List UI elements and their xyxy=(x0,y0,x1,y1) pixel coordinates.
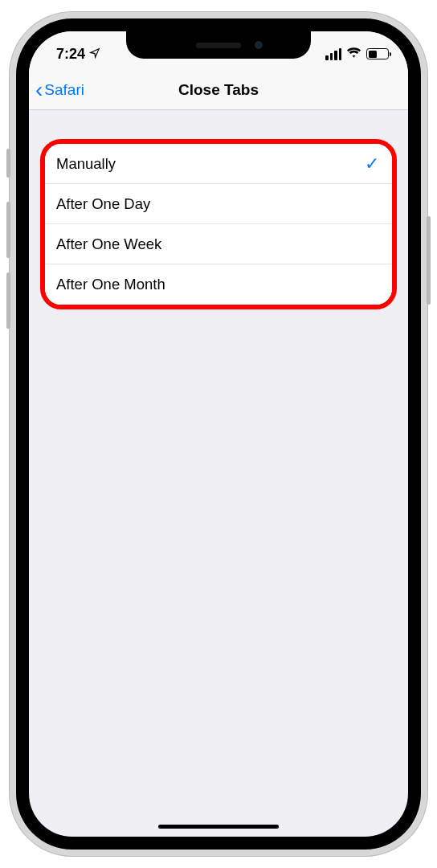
status-left: 7:24 xyxy=(56,46,100,63)
option-label: After One Day xyxy=(56,195,150,213)
highlight-annotation: Manually ✓ After One Day ✓ After One Wee… xyxy=(40,139,397,309)
option-after-one-week[interactable]: After One Week ✓ xyxy=(45,224,392,264)
battery-fill xyxy=(369,51,377,58)
location-arrow-icon xyxy=(89,47,100,61)
option-after-one-day[interactable]: After One Day ✓ xyxy=(45,184,392,224)
option-label: Manually xyxy=(56,155,116,173)
chevron-left-icon: ‹ xyxy=(35,79,43,101)
content-area: Manually ✓ After One Day ✓ After One Wee… xyxy=(29,110,408,309)
page-title: Close Tabs xyxy=(178,81,259,99)
back-button[interactable]: ‹ Safari xyxy=(35,79,84,101)
speaker xyxy=(196,43,241,48)
back-label: Safari xyxy=(44,81,84,99)
home-indicator[interactable] xyxy=(158,825,279,829)
status-time: 7:24 xyxy=(56,46,85,63)
volume-down-button xyxy=(6,272,10,329)
status-right xyxy=(325,47,389,61)
device-bezel: 7:24 xyxy=(16,18,421,850)
option-label: After One Month xyxy=(56,276,165,293)
silence-switch xyxy=(6,149,10,178)
option-label: After One Week xyxy=(56,235,161,253)
checkmark-icon: ✓ xyxy=(365,154,379,174)
option-manually[interactable]: Manually ✓ xyxy=(45,144,392,184)
option-after-one-month[interactable]: After One Month ✓ xyxy=(45,264,392,305)
device-frame: 7:24 xyxy=(10,12,427,856)
battery-icon xyxy=(366,48,389,59)
wifi-icon xyxy=(346,47,361,61)
nav-bar: ‹ Safari Close Tabs xyxy=(29,70,408,110)
screen: 7:24 xyxy=(29,31,408,837)
power-button xyxy=(427,216,431,305)
cellular-signal-icon xyxy=(325,48,341,60)
front-camera xyxy=(255,41,263,49)
volume-up-button xyxy=(6,202,10,258)
notch xyxy=(126,31,311,59)
